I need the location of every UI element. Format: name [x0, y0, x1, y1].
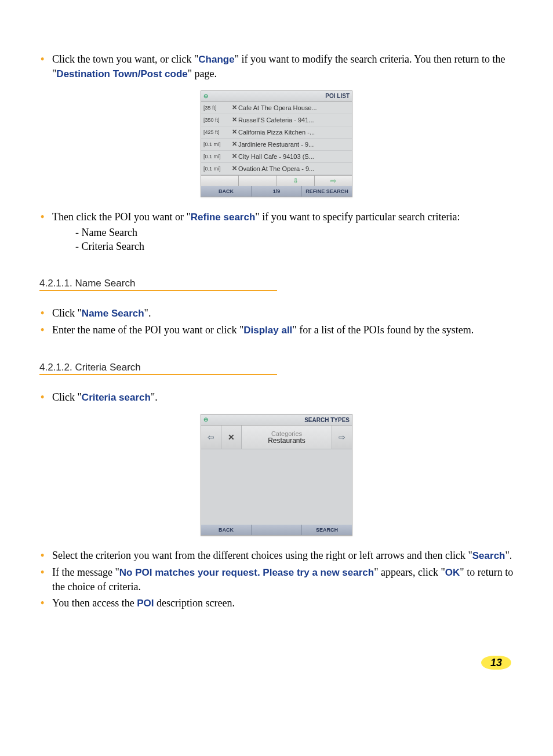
x-icon: ✕	[230, 165, 238, 172]
x-icon: ✕	[230, 152, 238, 160]
x-icon: ✕	[230, 128, 238, 136]
page-number: 13	[481, 656, 511, 670]
text: description screen.	[154, 597, 234, 609]
bullet-item: Click the town you want, or click "Chang…	[39, 52, 514, 81]
sub-list: - Name Search - Criteria Search	[52, 226, 514, 254]
document-page: Click the town you want, or click "Chang…	[0, 0, 553, 692]
search-types-screenshot: ⊖ SEARCH TYPES ⇦ ✕ Categories Restaurant…	[39, 414, 514, 536]
category-value: Restaurants	[268, 437, 305, 445]
bullet-item: Select the criterion you want from the d…	[39, 548, 514, 563]
bullet-list-1: Click the town you want, or click "Chang…	[39, 52, 514, 81]
term-destination: Destination Town/Post code	[56, 68, 187, 79]
poi-distance: [0.1 mi]	[203, 154, 230, 159]
text: " page.	[188, 68, 217, 79]
text: Enter the name of the POI you want or cl…	[52, 324, 243, 336]
bullet-item: Then click the POI you want or "Refine s…	[39, 210, 514, 254]
device-footer: BACK SEARCH	[201, 525, 352, 535]
poi-row[interactable]: [0.1 mi] ✕ Jardiniere Restuarant - 9...	[201, 139, 352, 151]
section-heading-criteria-search: 4.2.1.2. Criteria Search	[39, 362, 277, 375]
device-header: ⊖ SEARCH TYPES	[201, 415, 352, 426]
back-button[interactable]: BACK	[201, 525, 251, 535]
car-icon: ⊖	[203, 416, 214, 423]
poi-distance: [35 ft]	[203, 105, 230, 111]
category-label: Categories	[271, 430, 302, 437]
term-criteria-search: Criteria search	[82, 392, 151, 403]
text: Click "	[52, 307, 82, 319]
sub-item: - Name Search	[75, 226, 514, 239]
text: Click "	[52, 391, 82, 403]
arrow-right-icon[interactable]: ⇨	[332, 426, 352, 449]
poi-distance: [350 ft]	[203, 117, 230, 123]
poi-name: Russell'S Cafeteria - 941...	[238, 117, 350, 123]
term-poi: POI	[137, 598, 154, 609]
x-icon: ✕	[230, 104, 238, 111]
bullet-list-2: Then click the POI you want or "Refine s…	[39, 210, 514, 254]
poi-row[interactable]: [425 ft] ✕ California Pizza Kitchen -...	[201, 126, 352, 139]
text: Then click the POI you want or "	[52, 211, 191, 223]
bullet-item: Click "Name Search".	[39, 306, 514, 321]
poi-name: City Hall Cafe - 94103 (S...	[238, 153, 350, 160]
arrow-right-icon[interactable]: ⇨	[315, 176, 352, 186]
bullet-item: Enter the name of the POI you want or cl…	[39, 323, 514, 337]
poi-distance: [425 ft]	[203, 129, 230, 135]
text: Select the criterion you want from the d…	[52, 550, 472, 561]
page-indicator: 1/9	[252, 186, 302, 197]
refine-search-button[interactable]: REFINE SEARCH	[302, 186, 352, 197]
poi-row[interactable]: [0.1 mi] ✕ City Hall Cafe - 94103 (S...	[201, 151, 352, 163]
screen-title: SEARCH TYPES	[304, 417, 350, 423]
x-icon: ✕	[230, 140, 238, 148]
device-footer: BACK 1/9 REFINE SEARCH	[201, 186, 352, 197]
poi-row[interactable]: [35 ft] ✕ Cafe At The Opera House...	[201, 102, 352, 114]
poi-distance: [0.1 mi]	[203, 141, 230, 147]
term-name-search: Name Search	[82, 308, 144, 319]
gps-device-poi-list: ⊖ POI LIST [35 ft] ✕ Cafe At The Opera H…	[201, 90, 352, 197]
car-icon: ⊖	[203, 93, 214, 100]
text: Click the town you want, or click "	[52, 53, 198, 65]
device-body-blank	[201, 449, 352, 525]
poi-row[interactable]: [350 ft] ✕ Russell'S Cafeteria - 941...	[201, 114, 352, 126]
bullet-item: Click "Criteria search".	[39, 390, 514, 405]
sub-item: - Criteria Search	[75, 239, 514, 253]
term-no-poi-message: No POI matches your request. Please try …	[119, 567, 374, 578]
screen-title: POI LIST	[325, 93, 350, 99]
category-selector-row: ⇦ ✕ Categories Restaurants ⇨	[201, 426, 352, 449]
poi-name: California Pizza Kitchen -...	[238, 129, 350, 136]
text: " appears, click "	[374, 566, 445, 578]
x-icon: ✕	[230, 116, 238, 123]
arrow-down-icon[interactable]: ⇩	[277, 176, 315, 186]
search-button[interactable]: SEARCH	[302, 525, 352, 535]
poi-name: Ovation At The Opera - 9...	[238, 165, 350, 172]
text: " if you want to specify particular sear…	[255, 211, 460, 223]
section-heading-name-search: 4.2.1.1. Name Search	[39, 278, 277, 291]
poi-distance: [0.1 mi]	[203, 166, 230, 172]
bullet-item: You then access the POI description scre…	[39, 596, 514, 610]
term-search: Search	[472, 550, 505, 561]
term-display-all: Display all	[243, 325, 292, 336]
bullet-list-3: Click "Name Search". Enter the name of t…	[39, 306, 514, 337]
bullet-list-4: Click "Criteria search".	[39, 390, 514, 405]
poi-name: Jardiniere Restuarant - 9...	[238, 141, 350, 148]
poi-list-screenshot: ⊖ POI LIST [35 ft] ✕ Cafe At The Opera H…	[39, 90, 514, 197]
page-number-container: 13	[39, 657, 514, 669]
term-ok: OK	[445, 567, 460, 578]
arrow-left-icon[interactable]: ⇦	[201, 426, 221, 449]
arrow-cell-blank[interactable]	[239, 176, 276, 186]
text: If the message "	[52, 566, 119, 578]
gps-device-search-types: ⊖ SEARCH TYPES ⇦ ✕ Categories Restaurant…	[201, 414, 352, 536]
poi-name: Cafe At The Opera House...	[238, 104, 350, 111]
device-header: ⊖ POI LIST	[201, 91, 352, 102]
text: You then access the	[52, 597, 137, 609]
device-arrow-bar: ⇩ ⇨	[201, 175, 352, 186]
arrow-cell-blank[interactable]	[201, 176, 239, 186]
poi-row[interactable]: [0.1 mi] ✕ Ovation At The Opera - 9...	[201, 163, 352, 175]
x-icon[interactable]: ✕	[221, 426, 242, 449]
bullet-list-5: Select the criterion you want from the d…	[39, 548, 514, 610]
category-display: Categories Restaurants	[242, 426, 332, 449]
footer-blank	[251, 525, 302, 535]
bullet-item: If the message "No POI matches your requ…	[39, 565, 514, 594]
back-button[interactable]: BACK	[201, 186, 252, 197]
text: ".	[151, 391, 158, 403]
term-change: Change	[198, 54, 234, 65]
text: ".	[144, 307, 151, 319]
term-refine-search: Refine search	[191, 212, 256, 223]
